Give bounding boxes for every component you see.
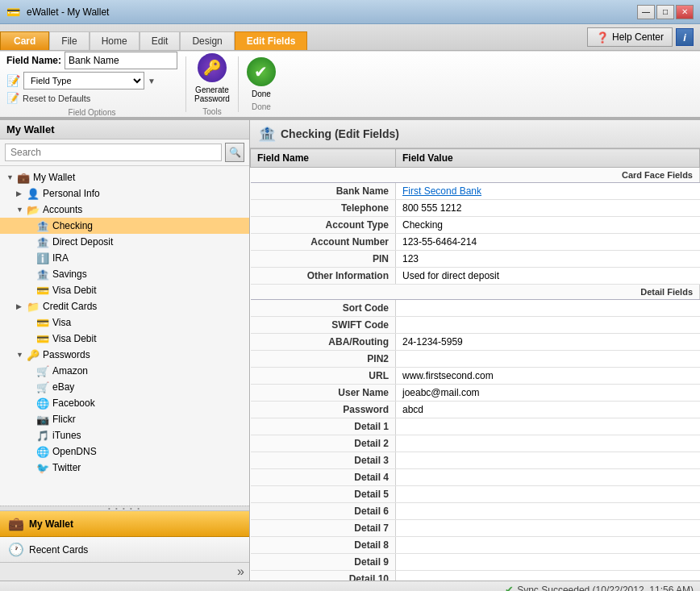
sidebar-item-flickr[interactable]: 📷 Flickr	[0, 411, 249, 427]
field-name-cell: URL	[251, 368, 396, 385]
field-value-cell	[396, 300, 700, 317]
field-name-row: Field Name:	[6, 52, 177, 69]
minimize-button[interactable]: —	[637, 5, 655, 19]
sidebar-item-ira[interactable]: ℹ️ IRA	[0, 250, 249, 266]
table-row: Detail 2	[251, 435, 700, 452]
table-row: Detail 10	[251, 571, 700, 581]
tab-file[interactable]: File	[49, 31, 89, 50]
col-field-value: Field Value	[396, 149, 700, 168]
sidebar-bottom: 💼 My Wallet 🕐 Recent Cards »	[0, 510, 249, 581]
done-button[interactable]: ✔ Done	[247, 57, 276, 98]
sidebar-item-credit-cards[interactable]: ▶ 📁 Credit Cards	[0, 298, 249, 314]
sidebar-item-label: My Wallet	[33, 172, 75, 183]
window-controls: — □ ✕	[637, 5, 694, 19]
table-row: ABA/Routing 24-1234-5959	[251, 334, 700, 351]
table-row: Detail 8	[251, 537, 700, 554]
tools-label: Tools	[202, 107, 221, 116]
shop-icon: 🛒	[35, 381, 50, 393]
field-value-cell	[396, 452, 700, 469]
sidebar-item-label: Savings	[52, 268, 87, 280]
expand-sidebar-button[interactable]: »	[237, 564, 244, 579]
table-row: SWIFT Code	[251, 317, 700, 334]
sidebar-item-direct-deposit[interactable]: 🏦 Direct Deposit	[0, 234, 249, 250]
sidebar-item-my-wallet[interactable]: ▼ 💼 My Wallet	[0, 169, 249, 185]
info-button[interactable]: i	[676, 28, 694, 46]
tab-edit-fields[interactable]: Edit Fields	[235, 31, 308, 50]
field-name-cell: Telephone	[251, 200, 396, 217]
table-row: User Name joeabc@mail.com	[251, 385, 700, 402]
tree-arrow: ▼	[6, 173, 16, 181]
sidebar-item-savings[interactable]: 🏦 Savings	[0, 266, 249, 282]
field-value-cell: Used for direct deposit	[396, 268, 700, 285]
reset-defaults-button[interactable]: 📝 Reset to Defaults	[6, 92, 177, 104]
sidebar-item-opendns[interactable]: 🌐 OpenDNS	[0, 443, 249, 460]
sidebar-item-visa[interactable]: 💳 Visa	[0, 314, 249, 331]
sidebar-item-checking[interactable]: 🏦 Checking	[0, 218, 249, 234]
table-row: Detail 7	[251, 520, 700, 537]
fields-table: Field Name Field Value Card Face Fields …	[250, 148, 700, 581]
field-type-select[interactable]: Field Type	[23, 72, 144, 89]
sidebar-item-passwords[interactable]: ▼ 🔑 Passwords	[0, 347, 249, 363]
main-content: My Wallet 🔍 ▼ 💼 My Wallet ▶ 👤 Personal I…	[0, 120, 700, 581]
title-bar: 💳 eWallet - My Wallet — □ ✕	[0, 0, 700, 24]
recent-cards-button[interactable]: 🕐 Recent Cards	[0, 537, 249, 563]
field-value-cell: 123-55-6464-214	[396, 234, 700, 251]
col-field-name: Field Name	[251, 149, 396, 168]
panel-icon: 🏦	[258, 125, 276, 143]
table-row: PIN 123	[251, 251, 700, 268]
help-center-button[interactable]: ❓ Help Center	[587, 27, 673, 47]
tab-home[interactable]: Home	[90, 31, 140, 50]
sync-status: Sync Succeeded (10/22/2012, 11:56 AM)	[517, 585, 694, 592]
sidebar-item-ebay[interactable]: 🛒 eBay	[0, 379, 249, 395]
sidebar-item-label: Twitter	[52, 462, 81, 473]
sidebar-item-accounts[interactable]: ▼ 📂 Accounts	[0, 202, 249, 218]
field-name-cell: Detail 5	[251, 486, 396, 503]
search-input[interactable]	[5, 144, 222, 161]
section-detail-fields: Detail Fields	[251, 285, 700, 300]
bank-name-value[interactable]: First Second Bank	[402, 185, 481, 197]
field-value-cell	[396, 571, 700, 581]
tab-card[interactable]: Card	[0, 31, 49, 50]
sidebar-item-label: eBay	[52, 381, 74, 393]
sidebar-item-visa-debit-accounts[interactable]: 💳 Visa Debit	[0, 282, 249, 298]
search-button[interactable]: 🔍	[225, 143, 244, 162]
generate-password-button[interactable]: 🔑 Generate Password	[194, 53, 230, 103]
ribbon-done-group: ✔ Done Done	[247, 56, 284, 112]
sidebar-item-label: Personal Info	[43, 188, 100, 199]
social-icon: 🐦	[35, 461, 50, 474]
field-value-cell	[396, 486, 700, 503]
panel-header: 🏦 Checking (Edit Fields)	[250, 120, 700, 148]
sidebar-item-label: Credit Cards	[43, 301, 97, 312]
table-row: Bank Name First Second Bank	[251, 183, 700, 200]
tree-arrow: ▶	[16, 189, 26, 198]
fields-table-container[interactable]: Field Name Field Value Card Face Fields …	[250, 148, 700, 581]
sidebar-item-label: IRA	[52, 252, 69, 264]
field-name-cell: Detail 2	[251, 435, 396, 452]
sidebar-item-facebook[interactable]: 🌐 Facebook	[0, 395, 249, 411]
sidebar-item-twitter[interactable]: 🐦 Twitter	[0, 460, 249, 476]
tab-design[interactable]: Design	[180, 31, 234, 50]
sidebar-item-itunes[interactable]: 🎵 iTunes	[0, 427, 249, 443]
sidebar-more-area: »	[0, 563, 249, 581]
maximize-button[interactable]: □	[656, 5, 674, 19]
info-icon: ℹ️	[35, 252, 50, 264]
field-value-cell	[396, 317, 700, 334]
sidebar-item-label: OpenDNS	[52, 446, 97, 457]
sidebar-item-amazon[interactable]: 🛒 Amazon	[0, 363, 249, 379]
sidebar-item-label: Direct Deposit	[52, 236, 113, 248]
sidebar-item-personal-info[interactable]: ▶ 👤 Personal Info	[0, 185, 249, 202]
sidebar-item-visa-debit-cc[interactable]: 💳 Visa Debit	[0, 331, 249, 347]
field-name-input[interactable]	[65, 52, 177, 69]
field-name-cell: SWIFT Code	[251, 317, 396, 334]
my-wallet-button[interactable]: 💼 My Wallet	[0, 511, 249, 537]
close-button[interactable]: ✕	[676, 5, 694, 19]
table-row: Detail 1	[251, 418, 700, 435]
reset-icon: 📝	[6, 92, 19, 104]
window-title: eWallet - My Wallet	[27, 6, 109, 18]
card-icon: 💳	[35, 316, 50, 329]
field-value-cell	[396, 520, 700, 537]
ribbon-tools-group: 🔑 Generate Password Tools	[194, 56, 239, 112]
field-value-cell	[396, 469, 700, 486]
tab-edit[interactable]: Edit	[140, 31, 181, 50]
sidebar-item-label: Flickr	[52, 414, 76, 425]
